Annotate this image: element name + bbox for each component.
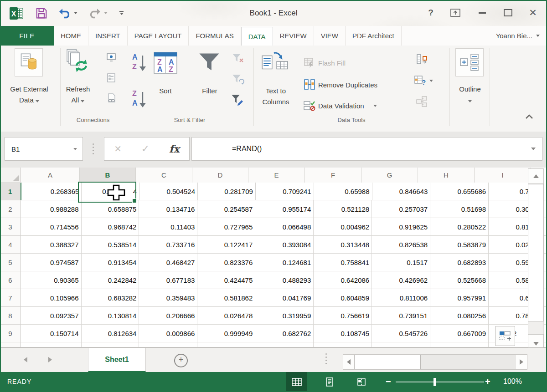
vertical-scrollbar-thumb[interactable] (528, 184, 544, 321)
account-menu[interactable]: Yoann Bie... (489, 26, 547, 46)
tab-data[interactable]: DATA (241, 27, 273, 46)
properties-button[interactable] (107, 73, 116, 83)
sheet-tab-sheet1[interactable]: Sheet1 (88, 348, 146, 372)
cell-E8[interactable]: 0.319959 (255, 307, 314, 325)
fill-handle[interactable] (132, 199, 137, 203)
cell-E7[interactable]: 0.041769 (255, 289, 314, 307)
cell-E9[interactable]: 0.682762 (255, 325, 314, 342)
page-break-preview-button[interactable] (351, 372, 372, 392)
text-to-columns-label[interactable]: Text to Columns (255, 86, 296, 107)
new-sheet-button[interactable]: + (174, 354, 188, 367)
zoom-slider-track[interactable] (396, 382, 484, 382)
cell-H5[interactable]: 0.682893 (430, 254, 489, 271)
cell-B8[interactable]: 0.130814 (82, 307, 139, 325)
cell-B5[interactable]: 0.913454 (82, 254, 139, 271)
cell-B3[interactable]: 0.968742 (82, 218, 139, 236)
text-to-columns-button[interactable] (260, 49, 290, 77)
cell-H7[interactable]: 0.957991 (430, 289, 489, 307)
outline-button[interactable] (455, 48, 484, 76)
normal-view-button[interactable] (286, 372, 307, 392)
row-header-1[interactable]: 1 (0, 183, 21, 200)
row-header-5[interactable]: 5 (0, 254, 21, 271)
insert-function-icon[interactable]: fx (169, 143, 180, 155)
zoom-out-button[interactable]: − (386, 377, 391, 386)
collapse-ribbon-button[interactable] (525, 113, 533, 121)
vertical-scrollbar[interactable] (528, 168, 543, 347)
row-header-6[interactable]: 6 (0, 271, 21, 289)
cell-E3[interactable]: 0.066498 (255, 218, 314, 236)
cell-C3[interactable]: 0.11403 (139, 218, 197, 236)
cell-E4[interactable]: 0.393084 (255, 236, 314, 254)
enter-icon[interactable]: ✓ (141, 143, 150, 155)
select-all-corner[interactable] (0, 168, 21, 183)
cell-A7[interactable]: 0.105966 (21, 289, 82, 307)
cell-H6[interactable]: 0.525668 (430, 271, 489, 289)
relationships-button[interactable] (416, 96, 428, 107)
column-header-G[interactable]: G (361, 168, 418, 183)
get-external-data-button[interactable] (15, 48, 43, 76)
cell-H8[interactable]: 0.080256 (430, 307, 489, 325)
page-layout-view-button[interactable] (319, 372, 340, 392)
row-header-3[interactable]: 3 (0, 218, 21, 236)
column-header-D[interactable]: D (192, 168, 248, 183)
help-button[interactable]: ? (425, 6, 437, 19)
what-if-analysis-button[interactable]: ? (414, 75, 433, 87)
cell-G1[interactable]: 0.846643 (372, 183, 431, 200)
horizontal-scrollbar[interactable] (343, 354, 527, 370)
tab-file[interactable]: FILE (0, 26, 54, 46)
cell-C2[interactable]: 0.134716 (139, 200, 197, 218)
cell-D10[interactable] (197, 342, 255, 347)
cell-C5[interactable]: 0.468427 (139, 254, 197, 271)
formula-input[interactable]: =RAND() (191, 137, 542, 161)
cell-A6[interactable]: 0.90365 (21, 271, 82, 289)
cell-D7[interactable]: 0.581862 (197, 289, 255, 307)
flash-fill-button[interactable]: Flash Fill (304, 56, 346, 70)
cell-C4[interactable]: 0.733716 (139, 236, 197, 254)
cell-G9[interactable]: 0.545726 (372, 325, 430, 342)
cell-F8[interactable]: 0.756619 (314, 307, 372, 325)
cell-D1[interactable]: 0.281709 (198, 183, 256, 200)
vertical-scrollbar-track[interactable] (528, 321, 544, 334)
cell-H3[interactable]: 0.280522 (430, 218, 489, 236)
cell-D5[interactable]: 0.823376 (197, 254, 255, 271)
cell-G3[interactable]: 0.919625 (372, 218, 430, 236)
cell-F2[interactable]: 0.521128 (314, 200, 372, 218)
row-header-2[interactable]: 2 (0, 200, 21, 218)
refresh-all-label[interactable]: Refresh All (58, 84, 98, 106)
cell-A1[interactable]: 0.268365 (21, 183, 82, 200)
cell-A2[interactable]: 0.988288 (21, 200, 82, 218)
filter-label[interactable]: Filter (193, 86, 226, 97)
cell-G6[interactable]: 0.426962 (372, 271, 430, 289)
cell-B6[interactable]: 0.242842 (82, 271, 139, 289)
column-header-H[interactable]: H (418, 168, 475, 183)
cell-G5[interactable]: 0.1517 (372, 254, 430, 271)
row-header-9[interactable]: 9 (0, 325, 21, 342)
name-box[interactable]: B1 (5, 137, 83, 161)
cell-F7[interactable]: 0.604859 (314, 289, 372, 307)
sort-label[interactable]: Sort (146, 86, 185, 97)
advanced-filter-button[interactable] (231, 94, 244, 107)
cell-B10[interactable] (82, 342, 139, 347)
cell-A9[interactable]: 0.150714 (21, 325, 82, 342)
cell-H9[interactable]: 0.667009 (430, 325, 489, 342)
clear-filter-button[interactable] (232, 53, 244, 65)
cell-H1[interactable]: 0.655686 (430, 183, 489, 200)
tab-insert[interactable]: INSERT (88, 26, 128, 46)
cell-A10[interactable] (21, 342, 82, 347)
cell-E1[interactable]: 0.709241 (256, 183, 314, 200)
column-header-A[interactable]: A (21, 168, 80, 183)
cell-E6[interactable]: 0.488293 (255, 271, 314, 289)
ribbon-display-options-button[interactable] (449, 6, 462, 19)
cell-E2[interactable]: 0.955174 (255, 200, 314, 218)
sort-button[interactable]: Z A A Z (152, 50, 179, 77)
cell-C8[interactable]: 0.206666 (139, 307, 197, 325)
horizontal-scrollbar-thumb[interactable] (354, 355, 421, 369)
cell-G2[interactable]: 0.257037 (372, 200, 430, 218)
cell-B7[interactable]: 0.683282 (82, 289, 139, 307)
outline-label[interactable]: Outline (449, 84, 490, 106)
name-box-resizer[interactable] (93, 143, 94, 154)
cell-E10[interactable] (255, 342, 314, 347)
filter-button[interactable] (197, 51, 222, 76)
data-validation-button[interactable]: Data Validation (304, 98, 377, 113)
zoom-level[interactable]: 100% (503, 377, 522, 386)
